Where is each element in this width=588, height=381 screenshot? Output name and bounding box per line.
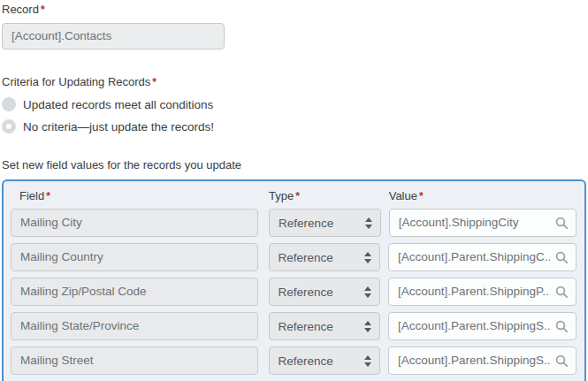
required-asterisk: * — [46, 190, 50, 202]
type-select-value: Reference — [279, 251, 333, 264]
field-input[interactable]: Mailing City — [11, 209, 258, 237]
value-input[interactable]: [Account].Parent.ShippingS... — [388, 347, 577, 375]
value-input-text: [Account].ShippingCity — [399, 210, 519, 236]
type-select-value: Reference — [279, 217, 333, 230]
search-icon[interactable] — [555, 286, 569, 299]
up-down-stepper-icon — [364, 286, 371, 298]
field-input[interactable]: Mailing Street — [11, 347, 258, 375]
type-select[interactable]: Reference — [269, 312, 380, 340]
search-icon[interactable] — [555, 251, 569, 264]
record-input[interactable]: [Account].Contacts — [2, 23, 225, 50]
column-header-value-text: Value — [389, 189, 417, 202]
table-row: Mailing City Reference [Account].Shippin… — [11, 209, 577, 237]
required-asterisk: * — [152, 76, 157, 88]
column-header-type-text: Type — [269, 189, 294, 202]
search-icon[interactable] — [555, 354, 569, 368]
up-down-stepper-icon — [364, 252, 371, 263]
type-select[interactable]: Reference — [269, 209, 381, 237]
field-assignments-table: Field* Type* Value* Mailing City Referen… — [2, 179, 586, 381]
criteria-label: Criteria for Updating Records* — [2, 75, 588, 89]
value-input-text: [Account].Parent.ShippingS... — [398, 347, 550, 374]
record-label-text: Record — [2, 3, 39, 16]
column-header-type: Type* — [269, 189, 381, 202]
radio-button-icon[interactable] — [2, 97, 16, 111]
table-header-row: Field* Type* Value* — [11, 189, 577, 202]
field-input[interactable]: Mailing Country — [11, 243, 258, 271]
required-asterisk: * — [419, 190, 424, 202]
column-header-field: Field* — [11, 189, 258, 202]
up-down-stepper-icon — [365, 217, 372, 229]
assignments-heading: Set new field values for the records you… — [2, 158, 588, 171]
value-input[interactable]: [Account].Parent.ShippingP... — [388, 278, 577, 306]
radio-button-icon[interactable] — [2, 119, 16, 133]
field-input[interactable]: Mailing State/Province — [11, 312, 258, 340]
type-select[interactable]: Reference — [269, 243, 380, 271]
up-down-stepper-icon — [364, 321, 371, 332]
search-icon[interactable] — [555, 217, 569, 230]
update-records-form: Record* [Account].Contacts Criteria for … — [0, 0, 588, 381]
type-select-value: Reference — [279, 354, 333, 368]
type-select[interactable]: Reference — [269, 347, 380, 375]
value-input[interactable]: [Account].Parent.ShippingC... — [388, 243, 577, 271]
required-asterisk: * — [41, 4, 45, 16]
table-row: Mailing State/Province Reference [Accoun… — [11, 312, 577, 340]
up-down-stepper-icon — [364, 355, 371, 367]
table-row: Mailing Zip/Postal Code Reference [Accou… — [11, 278, 577, 306]
value-input-text: [Account].Parent.ShippingS... — [398, 313, 550, 339]
table-row: Mailing Street Reference [Account].Paren… — [11, 347, 577, 375]
field-input[interactable]: Mailing Zip/Postal Code — [11, 278, 258, 306]
criteria-label-text: Criteria for Updating Records — [2, 75, 150, 88]
value-input[interactable]: [Account].Parent.ShippingS... — [388, 312, 577, 340]
type-select-value: Reference — [279, 286, 333, 299]
radio-option-meet-all-conditions[interactable]: Updated records meet all conditions — [2, 97, 588, 111]
radio-option-label: No criteria—just update the records! — [23, 120, 214, 133]
required-asterisk: * — [295, 190, 300, 202]
search-icon[interactable] — [555, 320, 569, 333]
column-header-value: Value* — [389, 189, 577, 202]
value-input[interactable]: [Account].ShippingCity — [389, 209, 577, 237]
record-label: Record* — [2, 3, 588, 17]
radio-option-no-criteria[interactable]: No criteria—just update the records! — [2, 119, 588, 133]
type-select-value: Reference — [279, 320, 333, 333]
type-select[interactable]: Reference — [269, 278, 380, 306]
table-row: Mailing Country Reference [Account].Pare… — [11, 243, 577, 271]
radio-option-label: Updated records meet all conditions — [23, 98, 213, 111]
column-header-field-text: Field — [19, 189, 44, 202]
value-input-text: [Account].Parent.ShippingC... — [398, 244, 550, 271]
value-input-text: [Account].Parent.ShippingP... — [398, 278, 550, 305]
